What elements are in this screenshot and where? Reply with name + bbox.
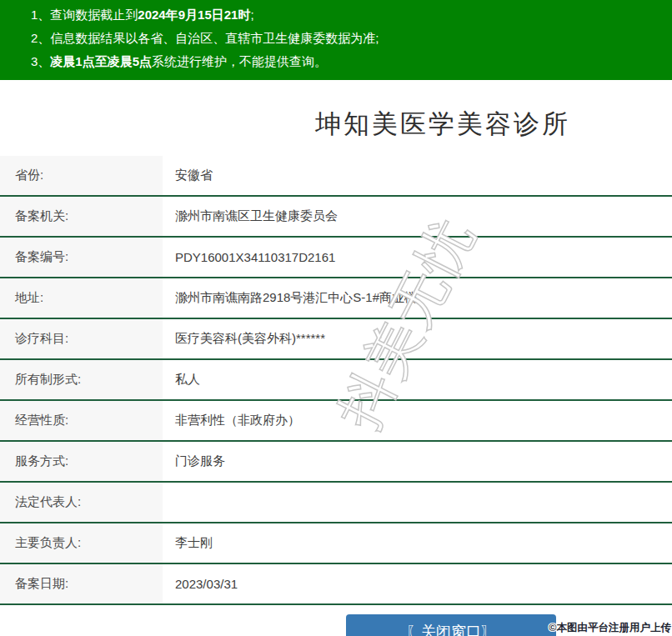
- notice-1-tail: ;: [250, 8, 253, 22]
- field-label: 备案日期:: [0, 564, 163, 603]
- notice-3-tail: 系统进行维护，不能提供查询。: [152, 54, 327, 68]
- field-label: 服务方式:: [0, 442, 163, 481]
- field-value: 私人: [163, 360, 672, 399]
- record-row-legal-representative: 法定代表人:: [0, 483, 672, 523]
- field-value: 安徽省: [163, 156, 672, 195]
- field-value: 滁州市南谯区卫生健康委员会: [163, 197, 672, 236]
- field-label: 地址:: [0, 278, 163, 318]
- field-label: 备案机关:: [0, 197, 163, 236]
- field-value: 李士刚: [163, 523, 672, 563]
- notice-line-3: 3、凌晨1点至凌晨5点系统进行维护，不能提供查询。: [31, 50, 664, 73]
- record-row-authority: 备案机关: 滁州市南谯区卫生健康委员会: [0, 197, 672, 238]
- record-row-record-number: 备案编号: PDY16001X34110317D2161: [0, 238, 672, 278]
- notice-2-text: 2、信息数据结果以各省、自治区、直辖市卫生健康委数据为准;: [31, 31, 379, 45]
- field-label: 所有制形式:: [0, 360, 163, 399]
- notice-3-text: 3、: [31, 54, 50, 68]
- record-table: 省份: 安徽省 备案机关: 滁州市南谯区卫生健康委员会 备案编号: PDY160…: [0, 156, 672, 605]
- page-title: 坤知美医学美容诊所: [315, 107, 570, 142]
- field-label: 省份:: [0, 156, 163, 195]
- record-row-record-date: 备案日期: 2023/03/31: [0, 564, 672, 605]
- field-value: PDY16001X34110317D2161: [163, 238, 672, 277]
- field-value: [163, 483, 672, 522]
- record-row-ownership: 所有制形式: 私人: [0, 360, 672, 401]
- uploader-watermark: ©本图由平台注册用户上传: [549, 621, 671, 635]
- field-label: 诊疗科目:: [0, 319, 163, 358]
- record-row-business-nature: 经营性质: 非营利性（非政府办）: [0, 401, 672, 442]
- record-row-province: 省份: 安徽省: [0, 156, 672, 197]
- field-value: 医疗美容科(美容外科)******: [163, 319, 672, 358]
- close-window-button[interactable]: 〖关闭窗口〗: [346, 614, 556, 636]
- field-value: 滁州市南谯南路2918号港汇中心S-1#商业楼: [163, 278, 672, 318]
- notice-3-bold: 凌晨1点至凌晨5点: [50, 54, 152, 68]
- notice-bar: 1、查询数据截止到2024年9月15日21时; 2、信息数据结果以各省、自治区、…: [0, 0, 672, 80]
- field-value: 门诊服务: [163, 442, 672, 481]
- record-row-principal: 主要负责人: 李士刚: [0, 523, 672, 564]
- field-label: 经营性质:: [0, 401, 163, 440]
- field-value: 2023/03/31: [163, 564, 672, 603]
- record-row-address: 地址: 滁州市南谯南路2918号港汇中心S-1#商业楼: [0, 278, 672, 319]
- field-label: 主要负责人:: [0, 523, 163, 563]
- record-row-departments: 诊疗科目: 医疗美容科(美容外科)******: [0, 319, 672, 360]
- field-label: 备案编号:: [0, 238, 163, 277]
- notice-1-text: 1、查询数据截止到: [31, 8, 138, 22]
- notice-1-bold: 2024年9月15日21时: [138, 8, 250, 22]
- notice-line-1: 1、查询数据截止到2024年9月15日21时;: [31, 3, 664, 27]
- field-label: 法定代表人:: [0, 483, 163, 522]
- record-row-service-mode: 服务方式: 门诊服务: [0, 442, 672, 483]
- notice-line-2: 2、信息数据结果以各省、自治区、直辖市卫生健康委数据为准;: [31, 27, 664, 50]
- field-value: 非营利性（非政府办）: [163, 401, 672, 440]
